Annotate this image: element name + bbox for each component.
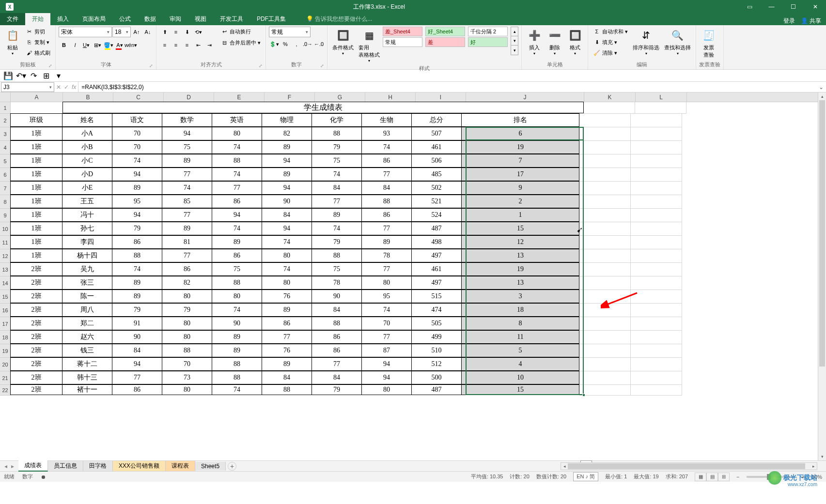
cell[interactable]: 钱三 [62,344,112,357]
cell[interactable] [631,182,682,195]
row-header-1[interactable]: 1 [0,102,10,114]
cell[interactable]: 74 [212,222,262,235]
cell[interactable]: 90 [262,195,312,208]
cell[interactable]: 88 [162,344,212,357]
tab-review[interactable]: 审阅 [163,13,188,25]
align-middle-button[interactable]: ≡ [171,27,181,37]
cell[interactable]: 86 [262,317,312,330]
tab-developer[interactable]: 开发工具 [213,13,250,25]
fx-icon[interactable]: fx [72,84,76,91]
cell[interactable] [631,222,682,236]
cell[interactable]: 89 [262,140,312,154]
ribbon-options-icon[interactable]: ▭ [739,0,761,14]
cell[interactable]: 74 [212,384,262,395]
style-bad[interactable]: 差 [425,37,465,47]
cell[interactable]: 物理 [262,113,312,127]
cell[interactable]: 学生成绩表 [62,102,584,113]
cell[interactable] [579,358,631,371]
save-button[interactable]: 💾 [3,71,14,80]
cell[interactable]: 15 [461,222,579,235]
percent-button[interactable]: % [280,39,291,49]
italic-button[interactable]: I [70,40,80,50]
cell[interactable]: 81 [162,235,212,249]
cell[interactable] [579,371,631,385]
zoom-level[interactable]: 90% [811,474,822,480]
cell[interactable]: 12 [461,235,579,249]
row-header-17[interactable]: 17 [0,317,10,331]
cell[interactable]: 张三 [62,276,112,290]
increase-font-icon[interactable]: A↑ [131,27,142,37]
view-page-layout-button[interactable]: ▤ [706,473,718,481]
column-header-C[interactable]: C [113,92,164,102]
cell[interactable] [631,127,682,141]
cell[interactable]: 89 [162,222,212,235]
zoom-in-button[interactable]: + [802,474,805,480]
cell[interactable] [631,385,682,396]
cell[interactable]: 74 [212,140,262,154]
login-link[interactable]: 登录 [783,17,795,25]
cell[interactable] [631,249,682,263]
cell[interactable] [631,317,682,331]
cancel-formula-icon[interactable]: ✕ [56,84,61,91]
cell[interactable]: 521 [411,195,462,208]
cell[interactable]: 79 [112,303,162,317]
tab-pdf[interactable]: PDF工具集 [250,13,293,25]
cell[interactable]: 2班 [10,344,62,357]
cell[interactable]: 87 [361,344,412,357]
cell[interactable] [579,154,631,168]
number-format-combo[interactable]: 常规 [269,27,311,37]
cell[interactable]: 90 [112,330,162,344]
cell[interactable]: 76 [262,344,312,357]
cell[interactable]: 89 [112,276,162,290]
row-header-22[interactable]: 22 [0,385,10,396]
cell[interactable]: 485 [411,168,462,181]
cell[interactable]: 498 [411,235,462,249]
cell[interactable]: 84 [262,371,312,384]
cell[interactable] [11,102,63,114]
cell[interactable]: 88 [312,249,362,262]
clear-button[interactable]: 🧹清除 ▾ [591,48,630,58]
cell[interactable] [631,331,682,344]
sheet-tab-scores[interactable]: 成绩表 [18,460,48,472]
cell[interactable]: 73 [162,371,212,384]
border-button[interactable]: ⊞▾ [92,40,103,50]
cell[interactable]: 74 [312,168,362,181]
cell[interactable]: 74 [262,262,312,276]
cell[interactable]: 91 [112,317,162,330]
cell[interactable]: 英语 [212,113,262,127]
zoom-slider[interactable] [747,476,795,478]
share-button[interactable]: 👤 共享 [801,17,821,25]
cell[interactable]: 2 [461,195,579,208]
cell[interactable]: 80 [212,127,262,140]
cell[interactable]: 88 [262,384,312,395]
cell[interactable]: 84 [361,181,412,195]
column-header-L[interactable]: L [636,92,687,102]
cell[interactable]: 王五 [62,195,112,208]
paste-button[interactable]: 📋 粘贴 ▾ [3,27,22,57]
cell[interactable]: 487 [411,222,462,235]
cell-styles-gallery[interactable]: 差_Sheet4 好_Sheet4 千位分隔 2 常规 差 好 [383,27,510,47]
row-header-15[interactable]: 15 [0,290,10,304]
cell[interactable]: 小D [62,168,112,181]
cell[interactable]: 88 [212,154,262,168]
cell[interactable]: 77 [361,262,412,276]
cell[interactable]: 小A [62,127,112,140]
sheet-tab-curriculum[interactable]: 课程表 [166,461,195,471]
cell[interactable]: 周八 [62,303,112,317]
row-headers[interactable]: 12345678910111213141516171819202122 [0,102,11,396]
cell[interactable]: 79 [312,140,362,154]
cell[interactable]: 84 [312,371,362,384]
cell[interactable]: 2班 [10,276,62,290]
cell[interactable]: 89 [212,235,262,249]
cell[interactable]: 95 [112,195,162,208]
cell[interactable]: 74 [112,262,162,276]
cell[interactable] [579,263,631,276]
style-normal[interactable]: 常规 [383,37,422,47]
cell[interactable]: 1班 [10,127,62,140]
cell[interactable]: 1 [461,208,579,222]
cell[interactable]: 小E [62,181,112,195]
cell[interactable] [631,195,682,209]
cell[interactable]: 80 [162,317,212,330]
find-select-button[interactable]: 🔍查找和选择▾ [662,27,693,57]
cell[interactable]: 1班 [10,154,62,168]
